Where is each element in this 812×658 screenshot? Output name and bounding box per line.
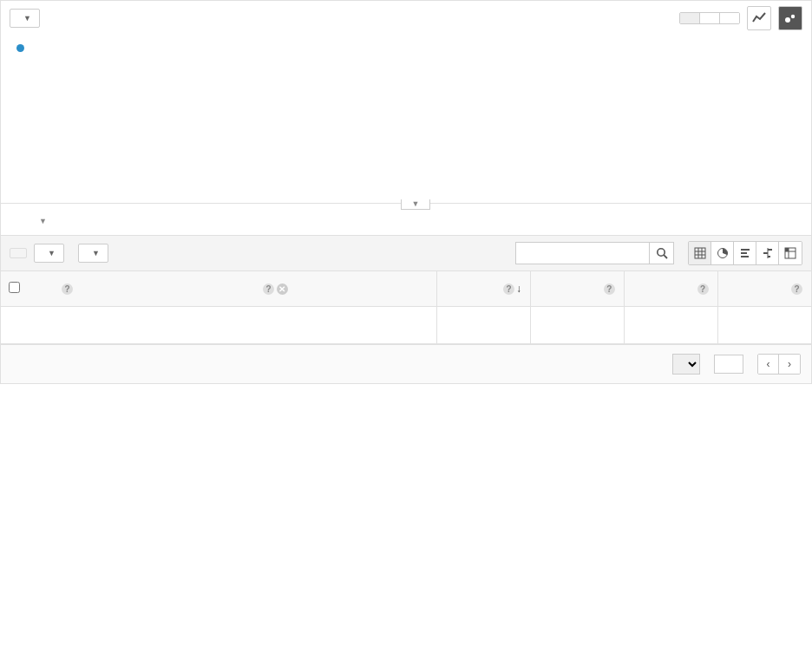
sort-type-dropdown[interactable]: ▼ — [78, 244, 108, 263]
prev-page-button[interactable]: ‹ — [758, 355, 779, 374]
svg-point-0 — [785, 17, 790, 23]
caret-down-icon: ▼ — [48, 249, 56, 257]
help-icon[interactable]: ? — [62, 283, 73, 295]
chart: ▼ — [1, 55, 811, 203]
caret-down-icon: ▼ — [39, 217, 47, 225]
plot-rows-button — [10, 248, 27, 258]
search-button[interactable] — [650, 242, 674, 264]
chevron-left-icon: ‹ — [767, 358, 770, 370]
help-icon[interactable]: ? — [697, 283, 709, 295]
svg-rect-4 — [695, 248, 705, 258]
secondary-dim-dropdown[interactable]: ▼ — [34, 244, 64, 263]
performance-view-icon[interactable] — [734, 242, 756, 264]
svg-point-1 — [791, 15, 795, 18]
tab-day[interactable] — [680, 13, 700, 23]
metric-dropdown[interactable]: ▼ — [10, 9, 40, 28]
dim-event-action[interactable]: ▼ — [39, 214, 47, 226]
header-avg-value[interactable]: ? — [717, 271, 811, 307]
close-icon[interactable]: ✕ — [277, 283, 288, 295]
caret-down-icon: ▼ — [23, 14, 31, 23]
select-all-checkbox[interactable] — [9, 282, 20, 293]
chart-expand-icon[interactable]: ▼ — [401, 199, 431, 210]
search-input[interactable] — [515, 242, 650, 264]
tab-month[interactable] — [720, 13, 739, 23]
svg-rect-18 — [785, 248, 789, 251]
time-granularity-tabs — [679, 12, 740, 24]
help-icon[interactable]: ? — [791, 283, 802, 295]
help-icon[interactable]: ? — [503, 283, 514, 295]
search-icon — [656, 247, 668, 259]
svg-line-3 — [664, 255, 667, 258]
goto-input[interactable] — [714, 355, 743, 374]
header-event-value[interactable]: ? — [624, 271, 717, 307]
sort-down-icon: ↓ — [516, 283, 521, 295]
comparison-view-icon[interactable] — [756, 242, 779, 264]
pie-view-icon[interactable] — [711, 242, 734, 264]
next-page-button[interactable]: › — [779, 355, 800, 374]
rows-select[interactable] — [672, 354, 700, 375]
header-event-action[interactable]: ? — [52, 271, 253, 307]
header-event-label[interactable]: ?✕ — [253, 271, 437, 307]
caret-down-icon: ▼ — [92, 249, 100, 257]
legend-dot-icon — [16, 44, 24, 52]
help-icon[interactable]: ? — [604, 283, 615, 295]
header-total-events[interactable]: ?↓ — [437, 271, 531, 307]
table-view-icon[interactable] — [689, 242, 711, 264]
pivot-view-icon[interactable] — [779, 242, 802, 264]
line-chart-icon[interactable] — [747, 6, 771, 30]
tab-week[interactable] — [700, 13, 720, 23]
chevron-right-icon: › — [788, 358, 791, 370]
help-icon[interactable]: ? — [263, 283, 274, 295]
header-unique-events[interactable]: ? — [530, 271, 624, 307]
motion-chart-icon[interactable] — [778, 6, 802, 30]
svg-point-2 — [657, 249, 664, 256]
